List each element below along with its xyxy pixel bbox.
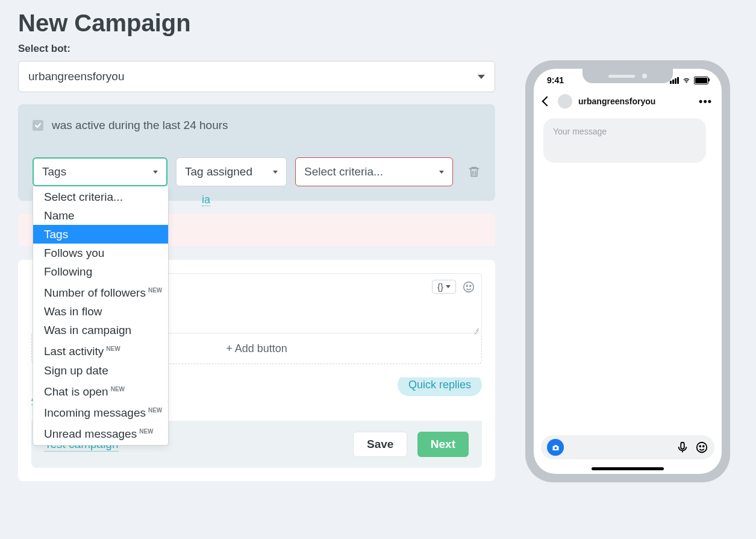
- back-icon[interactable]: [542, 96, 552, 107]
- emoji-icon[interactable]: [462, 280, 475, 294]
- active-24h-checkbox-row[interactable]: was active during the last 24 hours: [33, 119, 481, 132]
- next-button[interactable]: Next: [417, 432, 469, 457]
- chat-header: urbangreensforyou •••: [534, 86, 722, 115]
- criteria-type-select[interactable]: Tags: [33, 157, 167, 186]
- new-badge: NEW: [148, 407, 162, 414]
- criteria-operator-select[interactable]: Tag assigned: [176, 157, 287, 186]
- more-icon[interactable]: •••: [699, 95, 712, 108]
- camera-icon[interactable]: [547, 439, 564, 456]
- criteria-option[interactable]: Number of followersNEW: [33, 281, 168, 302]
- resize-handle-icon[interactable]: [473, 324, 479, 330]
- home-indicator: [592, 467, 664, 470]
- chevron-down-icon: [273, 171, 278, 174]
- chat-input-bar: [541, 435, 714, 459]
- criteria-option[interactable]: Last activityNEW: [33, 339, 168, 361]
- emoji-icon[interactable]: [695, 441, 708, 454]
- criteria-option[interactable]: Sign up date: [33, 361, 168, 380]
- criteria-option[interactable]: Was in campaign: [33, 321, 168, 339]
- chevron-down-icon: [439, 171, 444, 174]
- criteria-option[interactable]: Following: [33, 262, 168, 281]
- quick-replies-chip[interactable]: Quick replies: [398, 377, 482, 396]
- svg-point-7: [703, 446, 704, 447]
- svg-point-1: [466, 285, 467, 286]
- svg-point-0: [464, 282, 474, 292]
- message-bubble: Your message: [543, 118, 706, 163]
- new-badge: NEW: [111, 386, 125, 392]
- svg-rect-4: [681, 443, 684, 449]
- criteria-operator-value: Tag assigned: [185, 165, 252, 178]
- checkbox-checked-icon: [33, 120, 43, 131]
- active-24h-label: was active during the last 24 hours: [52, 119, 228, 132]
- new-badge: NEW: [106, 345, 120, 352]
- criteria-option[interactable]: Select criteria...: [33, 188, 168, 206]
- criteria-option[interactable]: Unread messagesNEW: [33, 422, 168, 443]
- braces-icon: {}: [437, 282, 443, 292]
- chevron-down-icon: [478, 75, 485, 79]
- microphone-icon[interactable]: [676, 441, 689, 454]
- criteria-option[interactable]: Was in flow: [33, 302, 168, 321]
- criteria-option[interactable]: Name: [33, 206, 168, 225]
- new-badge: NEW: [139, 428, 153, 435]
- criteria-option[interactable]: Incoming messagesNEW: [33, 401, 168, 422]
- chevron-down-icon: [446, 285, 451, 288]
- select-bot-label: Select bot:: [18, 43, 495, 55]
- svg-point-6: [699, 446, 701, 447]
- svg-point-3: [554, 447, 557, 449]
- add-criteria-link-peek[interactable]: ia: [202, 194, 210, 206]
- phone-time: 9:41: [547, 75, 564, 85]
- criteria-type-value: Tags: [42, 165, 66, 178]
- criteria-dropdown: Select criteria...NameTagsFollows youFol…: [33, 186, 169, 446]
- chevron-down-icon: [153, 171, 158, 174]
- insert-variable-button[interactable]: {}: [432, 280, 456, 294]
- page-title: New Campaign: [18, 10, 495, 37]
- avatar: [558, 94, 572, 109]
- phone-notch: [583, 69, 673, 83]
- add-button-label: + Add button: [226, 342, 287, 355]
- save-button[interactable]: Save: [353, 432, 407, 457]
- new-badge: NEW: [148, 287, 162, 294]
- wifi-icon: [682, 75, 691, 86]
- battery-icon: [694, 77, 708, 84]
- criteria-option[interactable]: Tags: [33, 225, 168, 244]
- message-textarea[interactable]: {}: [164, 273, 482, 333]
- criteria-value-select[interactable]: Select criteria...: [295, 157, 453, 186]
- message-bubble-text: Your message: [553, 127, 607, 136]
- svg-point-2: [470, 285, 471, 286]
- criteria-option[interactable]: Chat is openNEW: [33, 380, 168, 401]
- bot-select-value: urbangreensforyou: [28, 70, 125, 83]
- criteria-row: Tags Tag assigned Select criteria... ia …: [33, 157, 481, 186]
- trash-icon[interactable]: [467, 165, 481, 178]
- phone-preview: 9:41 urbangreensforyou •••: [525, 60, 730, 482]
- svg-point-5: [697, 443, 707, 453]
- bot-select[interactable]: urbangreensforyou: [18, 61, 495, 92]
- chat-username: urbangreensforyou: [578, 96, 699, 106]
- filter-panel: was active during the last 24 hours Tags…: [18, 104, 495, 201]
- criteria-value-placeholder: Select criteria...: [304, 165, 383, 178]
- criteria-option[interactable]: Follows you: [33, 244, 168, 262]
